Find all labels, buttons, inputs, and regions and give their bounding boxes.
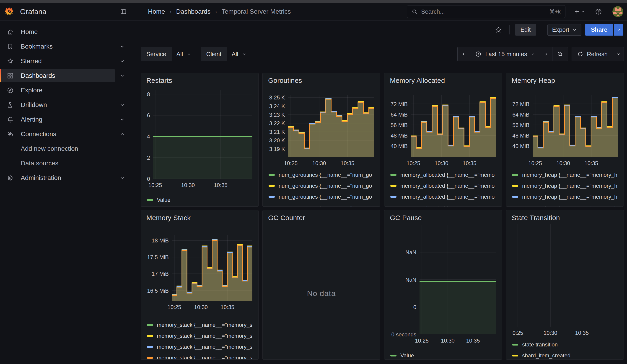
chart-canvas: 72 MiB64 MiB56 MiB48 MiB40 MiB10:2510:30… xyxy=(388,95,499,168)
sidebar-item-data-sources[interactable]: Data sources xyxy=(0,157,115,170)
svg-text:3.23 K: 3.23 K xyxy=(269,112,285,118)
svg-text:10:25: 10:25 xyxy=(415,338,429,344)
legend-item[interactable]: memory_stack {__name__="memory_s xyxy=(147,321,256,329)
add-button[interactable] xyxy=(574,6,585,17)
service-variable-label: Service xyxy=(141,47,172,61)
chevron-down-icon[interactable] xyxy=(119,175,125,181)
legend-series-marker xyxy=(268,174,275,176)
home-icon xyxy=(7,29,14,35)
panel-title[interactable]: Goroutines xyxy=(268,77,302,84)
legend-item[interactable]: memory_heap {__name__="memory_h xyxy=(512,171,621,179)
time-shift-back-button[interactable] xyxy=(458,47,470,61)
legend-item[interactable]: num_goroutines {__name__="num_go xyxy=(268,204,378,207)
legend-item[interactable]: memory_stack {__name__="memory_s xyxy=(147,354,256,359)
panel-title[interactable]: Restarts xyxy=(146,77,172,84)
legend-item[interactable]: memory_allocated {__name__="memo xyxy=(390,171,500,179)
sidebar-item-starred[interactable]: Starred xyxy=(0,55,115,67)
panel-title[interactable]: Memory Heap xyxy=(512,77,555,84)
svg-text:17 MiB: 17 MiB xyxy=(152,271,169,277)
chart-canvas: 3.25 K3.24 K3.23 K3.22 K3.21 K3.20 K3.19… xyxy=(266,95,377,168)
sidebar-item-explore[interactable]: Explore xyxy=(0,84,115,97)
dock-sidebar-icon[interactable] xyxy=(120,8,127,15)
sidebar-item-connections[interactable]: Connections xyxy=(0,128,115,141)
panel-memory-stack: Memory Stack 18 MiB17.5 MiB17 MiB16.5 Mi… xyxy=(141,210,259,360)
legend-item[interactable]: memory_allocated {__name__="memo xyxy=(390,204,500,207)
favorite-star-icon[interactable] xyxy=(493,24,504,35)
top-navbar: Home › Dashboards › Temporal Server Metr… xyxy=(133,3,627,20)
legend-item[interactable]: memory_heap {__name__="memory_h xyxy=(512,193,621,201)
search-box[interactable]: ⌘+k xyxy=(407,5,566,18)
brand-name[interactable]: Grafana xyxy=(20,7,47,16)
client-variable-value[interactable]: All xyxy=(227,47,251,61)
grafana-logo-icon[interactable] xyxy=(5,7,15,16)
svg-text:10:30: 10:30 xyxy=(312,160,326,166)
legend-item[interactable]: memory_allocated {__name__="memo xyxy=(390,182,500,190)
service-variable-value[interactable]: All xyxy=(172,47,196,61)
sidebar-item-alerting[interactable]: Alerting xyxy=(0,113,115,126)
zoom-out-time-button[interactable] xyxy=(552,47,568,61)
svg-text:10:25: 10:25 xyxy=(407,160,420,166)
legend-item[interactable]: num_goroutines {__name__="num_go xyxy=(268,182,378,190)
legend-series-label: Value xyxy=(400,352,414,359)
legend-item[interactable]: memory_stack {__name__="memory_s xyxy=(147,343,256,351)
app-frame: Grafana HomeBookmarksStarredDashboardsEx… xyxy=(0,3,627,364)
chevron-down-icon xyxy=(573,28,576,32)
panel-title[interactable]: GC Counter xyxy=(268,214,305,222)
time-shift-forward-button[interactable] xyxy=(540,47,552,61)
sidebar-item-bookmarks[interactable]: Bookmarks xyxy=(0,40,115,53)
chevron-down-icon[interactable] xyxy=(119,117,125,122)
sidebar-item-home[interactable]: Home xyxy=(0,26,115,38)
chevron-up-icon[interactable] xyxy=(119,131,125,137)
svg-text:10:35: 10:35 xyxy=(214,182,228,188)
panel-title[interactable]: Memory Stack xyxy=(146,214,191,222)
chevron-down-icon[interactable] xyxy=(119,73,125,78)
legend-item[interactable]: memory_stack {__name__="memory_s xyxy=(147,332,256,340)
svg-text:0 seconds: 0 seconds xyxy=(391,331,416,338)
legend-item[interactable]: shard_item_created xyxy=(512,352,621,360)
legend-item[interactable]: Value xyxy=(147,196,256,204)
sidebar-item-drilldown[interactable]: Drilldown xyxy=(0,99,115,111)
share-button[interactable]: Share xyxy=(585,24,613,36)
breadcrumb-home[interactable]: Home xyxy=(148,8,165,15)
legend-item[interactable]: Value xyxy=(390,352,500,360)
legend-series-label: memory_stack {__name__="memory_s xyxy=(157,344,252,350)
svg-text:6: 6 xyxy=(147,112,150,118)
sidebar-item-label: Drilldown xyxy=(21,101,47,108)
svg-text:4: 4 xyxy=(147,133,150,140)
refresh-button[interactable]: Refresh xyxy=(572,47,613,61)
chevron-down-icon xyxy=(617,52,621,56)
legend-item[interactable]: memory_heap {__name__="memory_h xyxy=(512,204,621,207)
svg-text:NaN: NaN xyxy=(405,249,416,256)
export-button[interactable]: Export xyxy=(547,24,581,36)
legend-series-marker xyxy=(147,335,153,337)
share-options-chevron[interactable] xyxy=(613,24,623,36)
sidebar-item-dashboards[interactable]: Dashboards xyxy=(0,69,115,82)
dashboard-toolbar: Service All Client All xyxy=(141,47,624,61)
edit-button[interactable]: Edit xyxy=(515,24,536,36)
time-range-picker[interactable]: Last 15 minutes xyxy=(470,47,540,61)
chevron-down-icon[interactable] xyxy=(119,102,125,108)
legend-series-label: memory_heap {__name__="memory_h xyxy=(522,205,617,207)
sidebar-item-label: Administration xyxy=(21,174,61,182)
search-input[interactable] xyxy=(421,8,549,15)
breadcrumb-dashboards[interactable]: Dashboards xyxy=(176,8,210,15)
help-icon[interactable] xyxy=(593,6,604,17)
panel-title[interactable]: State Transition xyxy=(512,214,560,222)
sidebar-item-administration[interactable]: Administration xyxy=(0,171,115,184)
legend-series-marker xyxy=(512,344,518,346)
legend-series-marker xyxy=(390,355,397,357)
refresh-interval-chevron[interactable] xyxy=(613,47,624,61)
legend-item[interactable]: num_goroutines {__name__="num_go xyxy=(268,193,378,201)
panel-title[interactable]: GC Pause xyxy=(390,214,422,222)
avatar[interactable] xyxy=(612,6,623,17)
legend-item[interactable]: num_goroutines {__name__="num_go xyxy=(268,171,378,179)
svg-text:56 MiB: 56 MiB xyxy=(391,122,408,128)
svg-text:3.21 K: 3.21 K xyxy=(269,129,285,135)
chevron-down-icon[interactable] xyxy=(119,44,125,49)
legend-item[interactable]: state transition xyxy=(512,341,621,349)
sidebar-item-add-new-connection[interactable]: Add new connection xyxy=(0,142,115,155)
legend-item[interactable]: memory_allocated {__name__="memo xyxy=(390,193,500,201)
chevron-down-icon[interactable] xyxy=(119,58,125,64)
panel-title[interactable]: Memory Allocated xyxy=(390,77,445,84)
legend-item[interactable]: memory_heap {__name__="memory_h xyxy=(512,182,621,190)
